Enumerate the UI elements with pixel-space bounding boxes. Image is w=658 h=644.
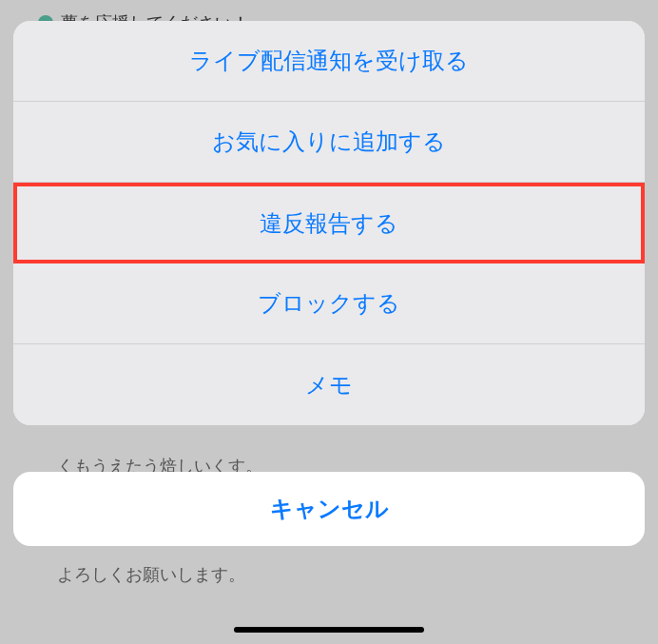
menu-item-label: 違反報告する (260, 208, 398, 239)
home-indicator (234, 627, 424, 633)
menu-item-block[interactable]: ブロックする (13, 263, 645, 344)
menu-item-label: ブロックする (258, 288, 400, 319)
menu-item-label: メモ (305, 370, 353, 400)
menu-item-memo[interactable]: メモ (13, 344, 645, 425)
menu-item-report-violation[interactable]: 違反報告する (13, 183, 645, 263)
menu-item-live-notification[interactable]: ライブ配信通知を受け取る (13, 21, 645, 102)
menu-item-label: お気に入りに追加する (212, 127, 446, 157)
menu-item-add-favorite[interactable]: お気に入りに追加する (13, 102, 645, 183)
cancel-button[interactable]: キャンセル (13, 472, 645, 546)
background-text-bottom: よろしくお願いします。 (57, 563, 245, 586)
menu-item-label: ライブ配信通知を受け取る (189, 46, 469, 76)
cancel-button-label: キャンセル (270, 494, 389, 524)
action-sheet: ライブ配信通知を受け取る お気に入りに追加する 違反報告する ブロックする メモ (13, 21, 645, 425)
